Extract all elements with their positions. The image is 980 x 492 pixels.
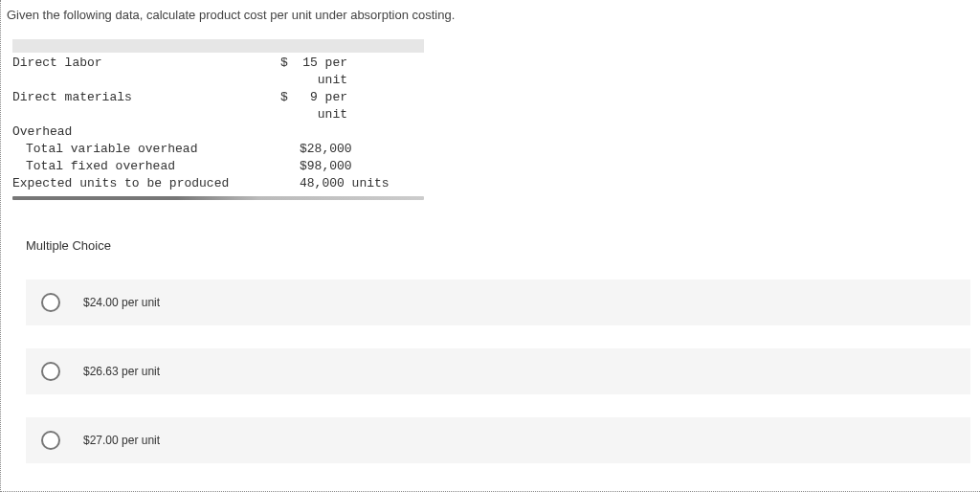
row-value: 48,000 units bbox=[300, 175, 414, 192]
table-row: Total fixed overhead $98,000 bbox=[12, 158, 976, 175]
mc-option-0[interactable]: $24.00 per unit bbox=[26, 280, 970, 325]
row-value: $28,000 bbox=[300, 141, 414, 158]
row-value: 9 per unit bbox=[300, 89, 414, 123]
table-row: Overhead bbox=[12, 123, 976, 141]
table-row: Direct materials $ 9 per unit bbox=[12, 89, 976, 123]
radio-icon bbox=[41, 431, 60, 450]
mc-option-label: $26.63 per unit bbox=[83, 365, 160, 378]
currency-symbol: $ bbox=[280, 55, 300, 89]
row-label: Total fixed overhead bbox=[12, 158, 280, 175]
row-label: Direct labor bbox=[12, 55, 280, 89]
currency-symbol: $ bbox=[280, 89, 300, 123]
table-header-shade bbox=[12, 39, 424, 53]
radio-icon bbox=[41, 362, 60, 381]
table-row: Total variable overhead $28,000 bbox=[12, 141, 976, 158]
table-row: Direct labor $ 15 per unit bbox=[12, 55, 976, 89]
table-divider bbox=[12, 196, 424, 200]
data-table: Direct labor $ 15 per unit Direct materi… bbox=[12, 39, 976, 200]
mc-option-label: $27.00 per unit bbox=[83, 434, 160, 447]
row-label: Expected units to be produced bbox=[12, 175, 280, 192]
mc-option-1[interactable]: $26.63 per unit bbox=[26, 348, 970, 394]
multiple-choice-heading: Multiple Choice bbox=[26, 238, 976, 253]
table-row: Expected units to be produced 48,000 uni… bbox=[12, 175, 976, 192]
row-label: Overhead bbox=[12, 123, 280, 141]
currency-symbol bbox=[280, 158, 300, 175]
currency-symbol bbox=[280, 175, 300, 192]
mc-option-label: $24.00 per unit bbox=[83, 296, 160, 309]
row-value: $98,000 bbox=[300, 158, 414, 175]
question-prompt: Given the following data, calculate prod… bbox=[5, 8, 976, 22]
mc-option-2[interactable]: $27.00 per unit bbox=[26, 417, 970, 463]
row-value: 15 per unit bbox=[300, 55, 414, 89]
row-label: Total variable overhead bbox=[12, 141, 280, 158]
row-label: Direct materials bbox=[12, 89, 280, 123]
radio-icon bbox=[41, 293, 60, 312]
currency-symbol bbox=[280, 141, 300, 158]
